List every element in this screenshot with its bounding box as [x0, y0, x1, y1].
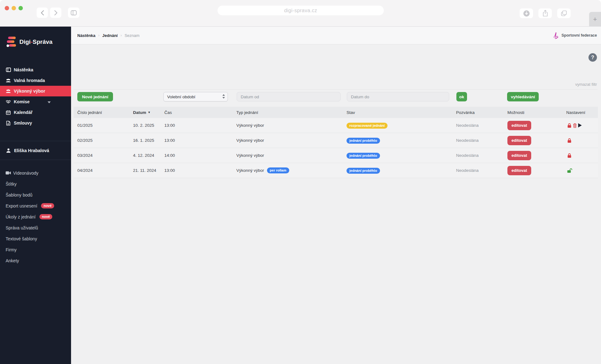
trash-icon[interactable] [573, 123, 577, 128]
meeting-type: Výkonný výborper rollam [236, 167, 347, 173]
sidebar-toggle-button[interactable] [68, 8, 80, 18]
edit-button[interactable]: editovat [507, 136, 531, 145]
sidebar-item-label: Ankety [6, 258, 19, 263]
column-header-nastaveni[interactable]: Nastavení [566, 110, 598, 115]
lock-open-icon[interactable] [567, 168, 573, 173]
meeting-date: 21. 11. 2024 [133, 168, 164, 173]
chevron-left-icon [41, 10, 44, 15]
breadcrumb: Nástěnka › Jednání › Seznam Sportovní fe… [71, 27, 601, 44]
contract-icon [6, 120, 11, 126]
meeting-time: 13:00 [164, 138, 236, 143]
lock-closed-icon[interactable] [567, 123, 572, 128]
chevron-right-icon [54, 10, 58, 15]
sidebar-item-komise[interactable]: Komise [0, 96, 71, 107]
date-to-input[interactable] [347, 92, 449, 101]
column-header-typ-jednani[interactable]: Typ jednání [236, 110, 347, 115]
back-button[interactable] [37, 8, 48, 18]
meeting-status: jednání proběhlo [347, 138, 456, 143]
select-stepper-icon [222, 94, 225, 100]
handshake-icon [6, 99, 11, 105]
meeting-date: 4. 12. 2024 [133, 153, 164, 158]
column-header-stav[interactable]: Stav [347, 110, 456, 115]
lock-closed-icon[interactable] [567, 138, 572, 143]
sidebar-item-smlouvy[interactable]: Smlouvy [0, 118, 71, 128]
column-header-moznosti[interactable]: Možnosti [507, 110, 566, 115]
sidebar-item-label: Export usnesení [6, 203, 37, 208]
app-logo[interactable]: Digi-Správa [6, 36, 53, 48]
meeting-time: 13:00 [164, 123, 236, 128]
download-icon [523, 10, 530, 17]
date-from-input[interactable] [237, 92, 341, 101]
new-tab-button[interactable]: + [589, 12, 601, 27]
table-row: 01/2025 10. 2. 2025 13:00 Výkonný výbor … [74, 118, 598, 133]
settings-cell [566, 153, 598, 158]
edit-button[interactable]: editovat [507, 121, 531, 130]
sidebar-item-stitky[interactable]: Štítky [0, 178, 71, 189]
chevron-down-icon [48, 99, 51, 104]
column-header-cas[interactable]: Čas [164, 110, 236, 115]
sidebar-item-textove-sablony[interactable]: Textové šablony [0, 233, 71, 244]
sidebar-item-videonavody[interactable]: Videonávody [0, 167, 71, 178]
sidebar-user[interactable]: Eliška Hrabalová [0, 141, 71, 160]
sidebar-item-vykonny-vybor[interactable]: Výkonný výbor [0, 86, 71, 96]
breadcrumb-jednani[interactable]: Jednání [102, 33, 118, 38]
search-button[interactable]: vyhledávání [507, 92, 539, 101]
content-area: ? vymazat filtr Nové jednání Volební obd… [71, 44, 601, 364]
sidebar-item-ukoly-z-jednani[interactable]: Úkoly z jednání nové [0, 211, 71, 222]
settings-cell [566, 123, 598, 128]
sidebar-item-kalendar[interactable]: Kalendář [0, 107, 71, 118]
actions-cell: editovat [507, 166, 566, 175]
sidebar-item-firmy[interactable]: Firmy [0, 244, 71, 255]
sidebar-item-label: Úkoly z jednání [6, 214, 36, 219]
digi-sprava-logo-icon [6, 36, 17, 48]
sidebar-item-sprava-uzivatelu[interactable]: Správa uživatelů [0, 222, 71, 233]
table-row: 03/2024 4. 12. 2024 14:00 Výkonný výbor … [74, 148, 598, 163]
new-meeting-button[interactable]: Nové jednání [77, 92, 113, 101]
sidebar-item-label: Firmy [6, 247, 17, 252]
sidebar-item-valna-hromada[interactable]: Valná hromada [0, 75, 71, 86]
downloads-button[interactable] [520, 8, 533, 18]
sidebar-item-label: Štítky [6, 182, 17, 187]
sidebar-item-nastenka[interactable]: Nástěnka [0, 64, 71, 75]
question-mark-icon: ? [591, 55, 594, 60]
play-icon[interactable] [578, 123, 582, 128]
help-button[interactable]: ? [588, 53, 597, 62]
period-select[interactable]: Volební období [163, 92, 228, 101]
actions-cell: editovat [507, 136, 566, 145]
breadcrumb-seznam: Seznam [125, 33, 140, 38]
minimize-window-button[interactable] [12, 6, 16, 10]
column-header-cislo-jednani[interactable]: Číslo jednání [74, 110, 133, 115]
sidebar-item-sablony-bodu[interactable]: Šablony bodů [0, 189, 71, 200]
meeting-type: Výkonný výbor [236, 123, 347, 128]
browser-window: digi-sprava.cz + Digi [0, 0, 601, 364]
meeting-status: jednání proběhlo [347, 153, 456, 158]
browser-toolbar: digi-sprava.cz + [0, 0, 601, 27]
gymnast-logo-icon [553, 32, 559, 39]
address-bar[interactable]: digi-sprava.cz [218, 6, 384, 15]
user-name: Eliška Hrabalová [14, 148, 49, 153]
zoom-window-button[interactable] [18, 6, 23, 10]
breadcrumb-nastenka[interactable]: Nástěnka [77, 33, 95, 38]
forward-button[interactable] [50, 8, 61, 18]
meeting-number: 04/2024 [74, 168, 133, 173]
invite-status: Neodeslána [456, 168, 507, 173]
column-header-datum[interactable]: Datum▼ [133, 110, 164, 115]
ok-button[interactable]: ok [456, 92, 467, 101]
share-button[interactable] [538, 8, 552, 18]
sidebar-item-export-usneseni[interactable]: Export usnesení nové [0, 200, 71, 211]
edit-button[interactable]: editovat [507, 166, 531, 175]
organization-badge: Sportovní federace [553, 32, 597, 39]
edit-button[interactable]: editovat [507, 151, 531, 160]
clear-filter-link[interactable]: vymazat filtr [575, 82, 597, 87]
close-window-button[interactable] [5, 6, 9, 10]
breadcrumb-separator: › [121, 33, 122, 38]
sidebar-item-ankety[interactable]: Ankety [0, 255, 71, 266]
period-select-value: Volební období [167, 95, 195, 99]
sidebar-item-label: Komise [14, 99, 30, 104]
actions-cell: editovat [507, 151, 566, 160]
lock-closed-icon[interactable] [567, 153, 572, 158]
column-header-pozvanka[interactable]: Pozvánka [456, 110, 507, 115]
tab-overview-button[interactable] [557, 8, 571, 18]
calendar-icon [6, 110, 11, 115]
meeting-type: Výkonný výbor [236, 153, 347, 158]
